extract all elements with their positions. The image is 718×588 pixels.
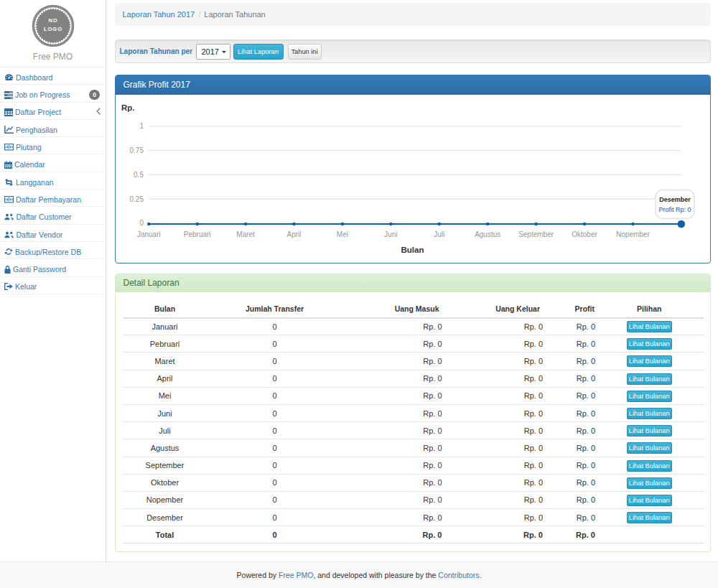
svg-text:0.25: 0.25 <box>129 195 144 202</box>
svg-text:Pebruari: Pebruari <box>183 230 210 238</box>
svg-text:0: 0 <box>139 219 144 227</box>
svg-text:Desember: Desember <box>659 195 691 202</box>
svg-text:0.5: 0.5 <box>134 170 144 178</box>
svg-text:Oktober: Oktober <box>572 230 597 238</box>
svg-text:Rp.: Rp. <box>121 103 135 111</box>
svg-text:Juli: Juli <box>434 230 444 238</box>
svg-text:0.75: 0.75 <box>129 146 144 154</box>
svg-text:1: 1 <box>139 122 144 130</box>
svg-text:LOGO: LOGO <box>44 26 62 32</box>
svg-text:$: $ <box>8 145 10 149</box>
svg-text:Agustus: Agustus <box>475 230 500 238</box>
svg-text:Profit Rp: 0: Profit Rp: 0 <box>658 205 691 213</box>
svg-text:September: September <box>518 230 554 238</box>
svg-text:Maret: Maret <box>236 230 255 238</box>
svg-text:Januari: Januari <box>136 230 160 238</box>
svg-text:$: $ <box>8 197 10 202</box>
svg-text:Nopember: Nopember <box>616 230 650 238</box>
svg-text:NO: NO <box>48 17 57 24</box>
svg-text:April: April <box>286 230 301 238</box>
svg-text:Juni: Juni <box>384 230 397 238</box>
svg-text:Bulan: Bulan <box>401 245 424 253</box>
svg-text:Mei: Mei <box>336 230 348 238</box>
